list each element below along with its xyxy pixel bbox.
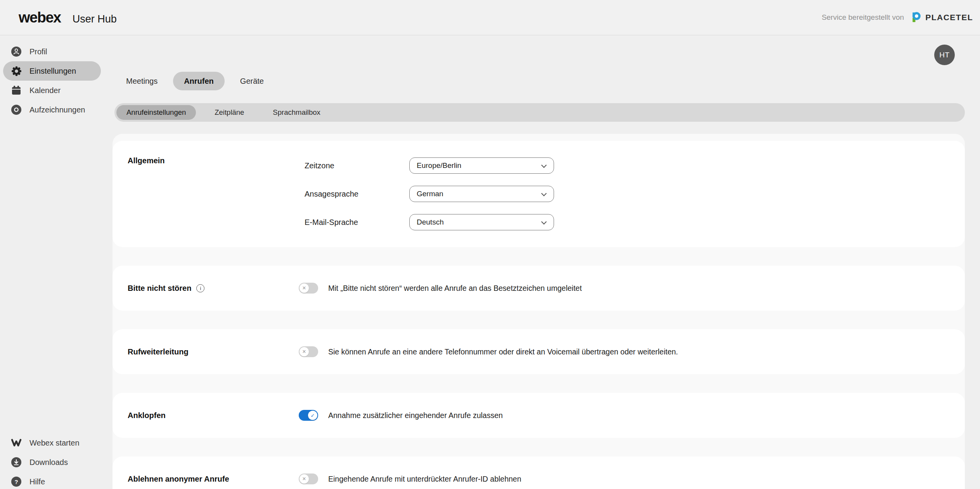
info-icon[interactable]: i xyxy=(196,284,204,292)
sidebar-item-label: Webex starten xyxy=(29,439,80,448)
setting-description: Annahme zusätzlicher eingehender Anrufe … xyxy=(328,411,503,420)
subtab-anrufeinstellungen[interactable]: Anrufeinstellungen xyxy=(116,105,196,120)
provider-logo: PLACETEL xyxy=(910,11,973,24)
recordings-icon xyxy=(11,104,22,115)
webex-logo: webex xyxy=(19,9,61,26)
subtab-zeitplaene[interactable]: Zeitpläne xyxy=(204,105,254,120)
calendar-icon xyxy=(11,85,22,96)
chevron-down-icon xyxy=(541,191,547,196)
section-title: Allgemein xyxy=(128,156,165,165)
bitte-nicht-stoeren-toggle[interactable] xyxy=(299,283,318,294)
setting-label: Bitte nicht stören i xyxy=(128,284,299,293)
rufweiterleitung-toggle[interactable] xyxy=(299,346,318,357)
sidebar-item-downloads[interactable]: Downloads xyxy=(3,453,101,472)
sidebar-item-label: Hilfe xyxy=(29,477,45,486)
select-value: Europe/Berlin xyxy=(417,161,461,170)
sidebar-item-kalender[interactable]: Kalender xyxy=(3,81,101,100)
setting-description: Sie können Anrufe an eine andere Telefon… xyxy=(328,347,678,356)
setting-label: Ablehnen anonymer Anrufe xyxy=(128,475,299,484)
section-ablehnen-anonymer-anrufe: Ablehnen anonymer Anrufe Eingehende Anru… xyxy=(113,456,965,489)
field-label: Ansagesprache xyxy=(305,190,409,199)
sidebar-item-label: Aufzeichnungen xyxy=(29,105,85,114)
section-rufweiterleitung: Rufweiterleitung Sie können Anrufe an ei… xyxy=(113,329,965,374)
setting-label: Anklopfen xyxy=(128,411,299,420)
profile-icon xyxy=(11,46,22,57)
field-row-zeitzone: Zeitzone Europe/Berlin xyxy=(305,157,554,174)
sidebar-item-label: Profil xyxy=(29,47,47,56)
toggle-knob xyxy=(300,474,309,484)
svg-text:?: ? xyxy=(14,479,18,485)
chevron-down-icon xyxy=(541,219,547,225)
ansagesprache-select[interactable]: German xyxy=(409,186,554,202)
section-allgemein: Allgemein Zeitzone Europe/Berlin Ansages… xyxy=(113,141,965,247)
tab-anrufen[interactable]: Anrufen xyxy=(173,72,225,90)
webex-home-link[interactable]: webex User Hub xyxy=(19,9,117,26)
sidebar-item-label: Einstellungen xyxy=(29,67,76,76)
sidebar-item-profil[interactable]: Profil xyxy=(3,42,101,61)
sidebar-item-label: Downloads xyxy=(29,458,68,467)
help-icon: ? xyxy=(11,476,22,487)
field-row-ansagesprache: Ansagesprache German xyxy=(305,186,554,202)
section-anklopfen: Anklopfen Annahme zusätzlicher eingehend… xyxy=(113,393,965,438)
service-provided-label: Service bereitgestellt von xyxy=(822,13,904,22)
section-bitte-nicht-stoeren: Bitte nicht stören i Mit „Bitte nicht st… xyxy=(113,266,965,311)
sidebar-item-webex-starten[interactable]: Webex starten xyxy=(3,433,101,453)
provider-name: PLACETEL xyxy=(925,13,973,22)
sidebar: Profil Einstellungen xyxy=(0,36,106,489)
field-label: Zeitzone xyxy=(305,161,409,170)
zeitzone-select[interactable]: Europe/Berlin xyxy=(409,157,554,174)
sidebar-item-aufzeichnungen[interactable]: Aufzeichnungen xyxy=(3,100,101,119)
toggle-knob xyxy=(300,347,309,356)
sidebar-item-label: Kalender xyxy=(29,86,61,95)
settings-gear-icon xyxy=(11,66,22,76)
field-row-email-sprache: E-Mail-Sprache Deutsch xyxy=(305,214,554,230)
settings-tabs: Meetings Anrufen Geräte xyxy=(115,72,275,90)
select-value: German xyxy=(417,190,443,198)
sidebar-footer: Webex starten Downloads ? Hilfe xyxy=(0,433,106,489)
chevron-down-icon xyxy=(541,162,547,168)
sidebar-item-hilfe[interactable]: ? Hilfe xyxy=(3,472,101,489)
sidebar-item-einstellungen[interactable]: Einstellungen xyxy=(3,61,101,81)
email-sprache-select[interactable]: Deutsch xyxy=(409,214,554,230)
setting-description: Mit „Bitte nicht stören“ werden alle Anr… xyxy=(328,284,582,293)
ablehnen-anonymer-anrufe-toggle[interactable] xyxy=(299,473,318,484)
subtab-sprachmailbox[interactable]: Sprachmailbox xyxy=(263,105,330,120)
tab-geraete[interactable]: Geräte xyxy=(229,72,275,90)
tab-meetings[interactable]: Meetings xyxy=(115,72,168,90)
toggle-knob xyxy=(308,411,317,420)
anklopfen-toggle[interactable] xyxy=(299,410,318,421)
setting-label: Rufweiterleitung xyxy=(128,347,299,356)
webex-icon xyxy=(11,437,22,448)
select-value: Deutsch xyxy=(417,218,444,226)
page-title: User Hub xyxy=(73,13,117,25)
calling-subtabs: Anrufeinstellungen Zeitpläne Sprachmailb… xyxy=(114,103,965,122)
toggle-knob xyxy=(300,283,309,293)
avatar[interactable]: HT xyxy=(934,45,955,65)
placetel-icon xyxy=(910,11,922,24)
field-label: E-Mail-Sprache xyxy=(305,218,409,227)
download-icon xyxy=(11,457,22,468)
content-panel: Allgemein Zeitzone Europe/Berlin Ansages… xyxy=(113,134,965,489)
setting-description: Eingehende Anrufe mit unterdrückter Anru… xyxy=(328,475,521,484)
app-header: webex User Hub Service bereitgestellt vo… xyxy=(0,0,980,35)
